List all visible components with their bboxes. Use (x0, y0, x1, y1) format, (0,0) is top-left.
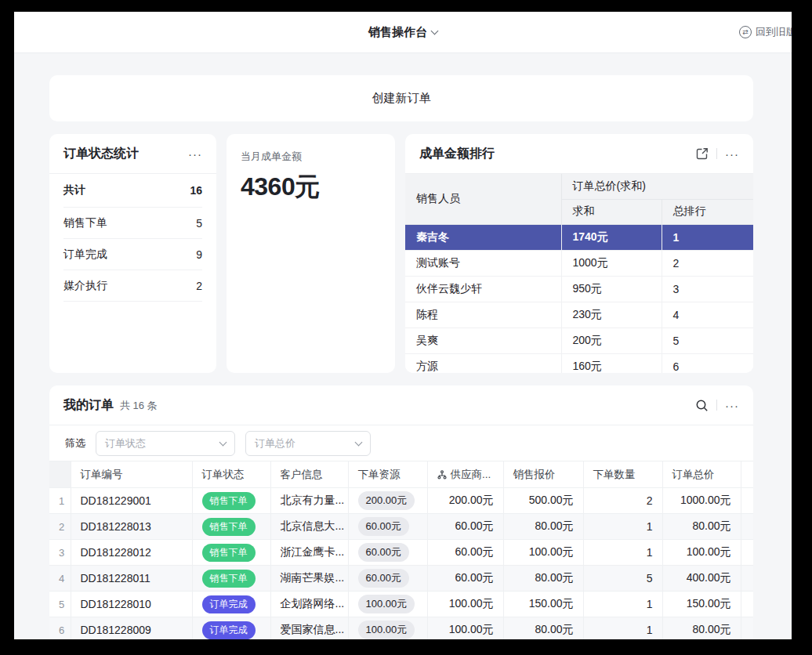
ranking-row[interactable]: 方源160元6 (405, 353, 753, 373)
status-row-value: 2 (196, 280, 202, 292)
col-header-7[interactable]: 订单总价 (662, 461, 741, 488)
resource-tag: 200.00元 (358, 491, 415, 510)
ranking-row[interactable]: 吴爽200元5 (405, 328, 753, 353)
status-row[interactable]: 销售下单5 (63, 208, 202, 239)
col-header-1[interactable]: 订单状态 (192, 461, 270, 488)
ranking-row[interactable]: 测试账号1000元2 (405, 250, 753, 276)
quote-cell: 80.00元 (503, 514, 583, 540)
ranking-rank: 2 (662, 250, 753, 276)
orders-tbody: 1DD181229001销售下单北京有力量...200.00元200.00元50… (49, 488, 753, 640)
status-row[interactable]: 媒介执行2 (63, 270, 202, 302)
back-to-old-version-link[interactable]: ⇄ 回到旧版 (739, 25, 792, 39)
status-row-value: 16 (190, 184, 202, 197)
workspace-switcher[interactable]: 销售操作台 (368, 25, 437, 40)
supplier-price-cell: 60.00元 (427, 540, 503, 566)
status-row[interactable]: 订单完成9 (63, 239, 202, 270)
quote-cell: 150.00元 (503, 592, 583, 617)
order-row[interactable]: 4DD181228011销售下单湖南芒果娱...60.00元60.00元80.0… (49, 566, 753, 592)
ranking-name: 方源 (405, 353, 561, 373)
order-number-cell: DD181228013 (71, 514, 192, 540)
amount-value: 4360元 (241, 170, 381, 204)
create-order-button[interactable]: 创建新订单 (49, 75, 753, 121)
row-number: 3 (49, 540, 71, 566)
quantity-cell: 2 (583, 488, 662, 514)
quantity-cell: 1 (583, 592, 662, 617)
orders-header-row: 订单编号订单状态客户信息下单资源供应商...销售报价下单数量订单总价 (49, 461, 753, 488)
resource-tag: 60.00元 (358, 517, 410, 536)
status-rows: 共计16销售下单5订单完成9媒介执行2 (49, 174, 216, 302)
more-icon[interactable]: ··· (725, 148, 739, 160)
amount-label: 当月成单金额 (241, 150, 381, 164)
customer-cell: 爱国家信息... (270, 617, 348, 640)
order-status-cell: 销售下单 (192, 488, 270, 514)
ranking-card: 成单金额排行 ··· (405, 134, 753, 373)
orders-count: 共 16 条 (120, 399, 158, 413)
col-header-order-total-group: 订单总价(求和) (561, 174, 753, 199)
orders-table: 订单编号订单状态客户信息下单资源供应商...销售报价下单数量订单总价 1DD18… (49, 461, 753, 639)
quote-cell: 100.00元 (503, 540, 583, 566)
spacer-cell (741, 566, 753, 592)
col-header-6[interactable]: 下单数量 (583, 461, 662, 488)
quantity-cell: 1 (583, 514, 662, 540)
order-row[interactable]: 2DD181228013销售下单北京信息大...60.00元60.00元80.0… (49, 514, 753, 540)
col-header-5[interactable]: 销售报价 (503, 461, 583, 488)
row-number: 2 (49, 514, 71, 540)
status-row-value: 5 (196, 217, 202, 230)
more-icon[interactable]: ··· (725, 400, 739, 411)
ranking-sum: 1740元 (561, 224, 662, 250)
status-row-value: 9 (196, 248, 202, 261)
ranking-rank: 4 (662, 302, 753, 328)
row-number: 1 (49, 488, 71, 514)
divider (716, 400, 717, 411)
total-cell: 1000.00元 (662, 488, 741, 514)
order-row[interactable]: 3DD181228012销售下单浙江金鹰卡...60.00元60.00元100.… (49, 540, 753, 566)
total-cell: 150.00元 (662, 592, 741, 617)
col-header-0[interactable]: 订单编号 (71, 461, 192, 488)
resource-tag: 60.00元 (358, 543, 410, 562)
total-cell: 400.00元 (662, 566, 741, 592)
spacer-cell (741, 592, 753, 617)
status-row-label: 销售下单 (63, 216, 107, 230)
col-header-3[interactable]: 下单资源 (348, 461, 427, 488)
open-in-new-icon[interactable] (696, 147, 709, 160)
order-status-cell: 销售下单 (192, 514, 270, 540)
resource-tag: 100.00元 (358, 595, 415, 613)
ranking-name: 伙伴云魏少轩 (405, 276, 561, 302)
stats-row: 订单状态统计 ··· 共计16销售下单5订单完成9媒介执行2 当月成单金额 43… (49, 134, 753, 373)
search-icon[interactable] (695, 399, 709, 412)
order-row[interactable]: 6DD181228009订单完成爱国家信息...100.00元100.00元80… (49, 617, 753, 640)
order-row[interactable]: 1DD181229001销售下单北京有力量...200.00元200.00元50… (49, 488, 753, 514)
order-row[interactable]: 5DD181228010订单完成企划路网络...100.00元100.00元15… (49, 592, 753, 617)
order-status-select[interactable]: 订单状态 (96, 431, 235, 456)
quote-cell: 500.00元 (503, 488, 583, 514)
status-row[interactable]: 共计16 (63, 174, 202, 208)
order-total-select-placeholder: 订单总价 (255, 436, 295, 451)
customer-cell: 北京信息大... (270, 514, 348, 540)
ranking-tbody: 秦吉冬1740元1测试账号1000元2伙伴云魏少轩950元3陈程230元4吴爽2… (405, 224, 753, 373)
supplier-price-cell: 100.00元 (427, 617, 503, 640)
ranking-row[interactable]: 陈程230元4 (405, 302, 753, 328)
status-badge: 订单完成 (202, 621, 256, 639)
col-header-2[interactable]: 客户信息 (270, 461, 348, 488)
divider (716, 148, 717, 159)
total-cell: 100.00元 (662, 540, 741, 566)
col-header-4[interactable]: 供应商... (427, 461, 503, 488)
status-card-title: 订单状态统计 (63, 146, 139, 162)
switch-version-icon: ⇄ (739, 26, 752, 38)
resource-tag: 60.00元 (358, 569, 410, 588)
ranking-sum: 1000元 (561, 250, 662, 276)
hierarchy-icon (437, 470, 447, 479)
supplier-price-cell: 200.00元 (427, 488, 503, 514)
resource-cell: 100.00元 (348, 617, 427, 640)
more-icon[interactable]: ··· (188, 148, 202, 160)
order-total-select[interactable]: 订单总价 (245, 431, 371, 456)
customer-cell: 企划路网络... (270, 592, 348, 617)
order-status-cell: 销售下单 (192, 540, 270, 566)
col-header-spacer (741, 461, 753, 488)
ranking-row[interactable]: 伙伴云魏少轩950元3 (405, 276, 753, 302)
ranking-row[interactable]: 秦吉冬1740元1 (405, 224, 753, 250)
resource-cell: 200.00元 (348, 488, 427, 514)
orders-card-title: 我的订单 (63, 397, 114, 414)
quantity-cell: 5 (583, 566, 662, 592)
ranking-sum: 950元 (561, 276, 662, 302)
